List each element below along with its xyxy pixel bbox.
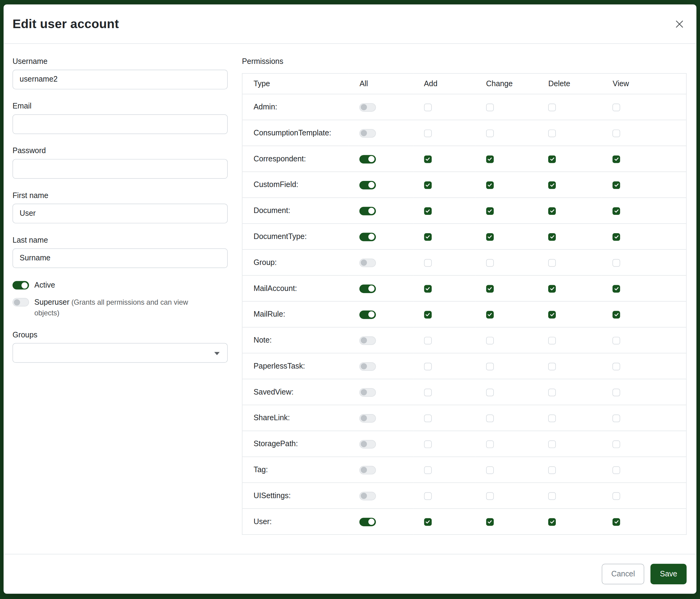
permission-add-checkbox[interactable]: [424, 518, 431, 526]
permission-add-checkbox[interactable]: [424, 414, 431, 422]
permission-add-checkbox[interactable]: [424, 207, 431, 215]
permission-delete-checkbox[interactable]: [548, 518, 556, 526]
permission-all-toggle[interactable]: [359, 310, 376, 319]
permission-add-checkbox[interactable]: [424, 233, 431, 241]
permission-add-checkbox[interactable]: [424, 440, 431, 448]
permission-delete-checkbox[interactable]: [548, 440, 556, 448]
permission-add-checkbox[interactable]: [424, 285, 431, 292]
permission-all-toggle[interactable]: [359, 103, 376, 112]
permission-change-checkbox[interactable]: [486, 311, 494, 318]
permission-view-checkbox[interactable]: [612, 388, 620, 396]
permission-delete-checkbox[interactable]: [548, 466, 556, 474]
permission-change-checkbox[interactable]: [486, 362, 494, 370]
permission-delete-checkbox[interactable]: [548, 129, 556, 137]
permission-add-checkbox[interactable]: [424, 466, 431, 474]
permission-change-checkbox[interactable]: [486, 440, 494, 448]
permission-delete-checkbox[interactable]: [548, 181, 556, 189]
permission-view-checkbox[interactable]: [612, 103, 620, 111]
permission-view-checkbox[interactable]: [612, 129, 620, 137]
permission-delete-checkbox[interactable]: [548, 388, 556, 396]
permission-all-toggle[interactable]: [359, 233, 376, 241]
permission-all-toggle[interactable]: [359, 388, 376, 397]
permission-add-checkbox[interactable]: [424, 492, 431, 500]
toggle-knob: [361, 441, 367, 447]
permission-all-toggle[interactable]: [359, 518, 376, 526]
permission-add-checkbox[interactable]: [424, 336, 431, 344]
permission-add-checkbox[interactable]: [424, 129, 431, 137]
permission-view-checkbox[interactable]: [612, 311, 620, 318]
permission-all-toggle[interactable]: [359, 466, 376, 474]
save-button[interactable]: Save: [651, 564, 686, 584]
permission-all-toggle[interactable]: [359, 259, 376, 267]
permission-delete-checkbox[interactable]: [548, 155, 556, 163]
permission-view-checkbox[interactable]: [612, 336, 620, 344]
permission-change-checkbox[interactable]: [486, 155, 494, 163]
permission-change-checkbox[interactable]: [486, 492, 494, 500]
permission-all-toggle[interactable]: [359, 284, 376, 293]
permission-view-checkbox[interactable]: [612, 440, 620, 448]
permission-delete-checkbox[interactable]: [548, 362, 556, 370]
permission-view-checkbox[interactable]: [612, 466, 620, 474]
cancel-button[interactable]: Cancel: [602, 564, 644, 584]
permission-view-checkbox[interactable]: [612, 285, 620, 292]
permission-row: Document:: [242, 198, 686, 224]
permission-all-toggle[interactable]: [359, 336, 376, 345]
permission-view-checkbox[interactable]: [612, 207, 620, 215]
permission-change-checkbox[interactable]: [486, 207, 494, 215]
permission-delete-checkbox[interactable]: [548, 311, 556, 318]
permission-all-toggle[interactable]: [359, 362, 376, 371]
permission-change-checkbox[interactable]: [486, 466, 494, 474]
permission-view-checkbox[interactable]: [612, 362, 620, 370]
permission-view-checkbox[interactable]: [612, 492, 620, 500]
permission-delete-checkbox[interactable]: [548, 233, 556, 241]
permission-change-checkbox[interactable]: [486, 233, 494, 241]
first-name-input[interactable]: [12, 204, 228, 223]
permission-change-checkbox[interactable]: [486, 285, 494, 292]
active-toggle[interactable]: [12, 281, 29, 289]
permission-add-checkbox[interactable]: [424, 388, 431, 396]
modal-body: Username Email Password First name Last: [4, 44, 697, 554]
permission-change-checkbox[interactable]: [486, 388, 494, 396]
permission-add-checkbox[interactable]: [424, 103, 431, 111]
permission-change-checkbox[interactable]: [486, 181, 494, 189]
permission-view-checkbox[interactable]: [612, 181, 620, 189]
permission-change-checkbox[interactable]: [486, 259, 494, 266]
password-input[interactable]: [12, 159, 228, 178]
last-name-input[interactable]: [12, 248, 228, 268]
permission-view-checkbox[interactable]: [612, 414, 620, 422]
permission-view-checkbox[interactable]: [612, 518, 620, 526]
username-input[interactable]: [12, 70, 228, 89]
permission-all-toggle[interactable]: [359, 492, 376, 500]
permission-view-checkbox[interactable]: [612, 259, 620, 266]
permission-add-checkbox[interactable]: [424, 311, 431, 318]
permission-delete-checkbox[interactable]: [548, 414, 556, 422]
permission-delete-checkbox[interactable]: [548, 207, 556, 215]
permission-all-toggle[interactable]: [359, 154, 376, 163]
groups-select[interactable]: [12, 343, 228, 363]
permission-all-toggle[interactable]: [359, 440, 376, 448]
permission-view-checkbox[interactable]: [612, 233, 620, 241]
close-icon[interactable]: [672, 17, 686, 31]
email-input[interactable]: [12, 114, 228, 134]
permission-delete-checkbox[interactable]: [548, 103, 556, 111]
permission-delete-checkbox[interactable]: [548, 285, 556, 292]
permission-delete-checkbox[interactable]: [548, 492, 556, 500]
permission-change-checkbox[interactable]: [486, 414, 494, 422]
permission-all-toggle[interactable]: [359, 414, 376, 422]
permission-add-checkbox[interactable]: [424, 259, 431, 266]
permission-add-checkbox[interactable]: [424, 181, 431, 189]
permission-all-toggle[interactable]: [359, 181, 376, 189]
permission-change-checkbox[interactable]: [486, 518, 494, 526]
permission-add-checkbox[interactable]: [424, 362, 431, 370]
permission-change-checkbox[interactable]: [486, 336, 494, 344]
permission-all-toggle[interactable]: [359, 207, 376, 215]
permission-delete-checkbox[interactable]: [548, 259, 556, 266]
permission-all-toggle[interactable]: [359, 129, 376, 138]
permission-delete-checkbox[interactable]: [548, 336, 556, 344]
permission-view-checkbox[interactable]: [612, 155, 620, 163]
email-label: Email: [12, 101, 228, 111]
permission-add-checkbox[interactable]: [424, 155, 431, 163]
permission-change-checkbox[interactable]: [486, 103, 494, 111]
permission-change-checkbox[interactable]: [486, 129, 494, 137]
superuser-toggle[interactable]: [12, 298, 29, 307]
